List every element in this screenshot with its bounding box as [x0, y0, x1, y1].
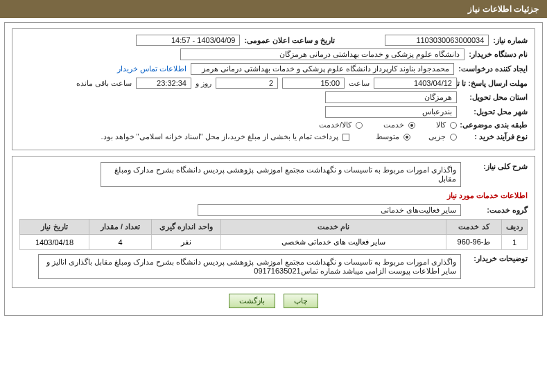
- service-group-value: سایر فعالیت‌های خدماتی: [198, 204, 461, 216]
- cell-row: 1: [502, 235, 528, 250]
- radio-both[interactable]: [356, 122, 363, 129]
- radio-service[interactable]: [408, 122, 415, 129]
- button-row: چاپ بازگشت: [12, 294, 535, 308]
- row-overview: شرح کلی نیاز: واگذاری امورات مربوط به تا…: [19, 162, 528, 187]
- th-date: تاریخ نیاز: [20, 220, 89, 235]
- row-need-no: شماره نیاز: 1103030063000034 تاریخ و ساع…: [19, 35, 528, 46]
- treasury-note: پرداخت تمام یا بخشی از مبلغ خرید،از محل …: [101, 132, 338, 141]
- announce-label: تاریخ و ساعت اعلان عمومی:: [244, 36, 335, 45]
- page-title: جزئیات اطلاعات نیاز: [468, 4, 539, 14]
- row-subject-category: طبقه بندی موضوعی: کالا خدمت کالا/خدمت: [19, 121, 528, 130]
- treasury-checkbox[interactable]: [342, 134, 349, 141]
- buyer-org-value: دانشگاه علوم پزشکی و خدمات بهداشتی درمان…: [180, 48, 464, 60]
- remain-time: 23:32:34: [136, 78, 191, 89]
- deadline-time: 15:00: [282, 78, 345, 89]
- buyer-notes-value: واگذاری امورات مربوط به تاسیسات و نگهداش…: [38, 254, 461, 279]
- print-button[interactable]: چاپ: [284, 294, 318, 308]
- radio-partial-label: جزیی: [428, 132, 446, 141]
- radio-medium-label: متوسط: [376, 132, 399, 141]
- radio-service-label: خدمت: [383, 121, 404, 130]
- remain-suffix: ساعت باقی مانده: [76, 79, 132, 88]
- city-value: بندرعباس: [325, 106, 457, 118]
- requestor-label: ایجاد کننده درخواست:: [458, 64, 528, 73]
- row-deadline: مهلت ارسال پاسخ: تا تاریخ: 1403/04/12 سا…: [19, 78, 528, 89]
- row-buyer-org: نام دستگاه خریدار: دانشگاه علوم پزشکی و …: [19, 48, 528, 60]
- th-qty: تعداد / مقدار: [89, 220, 152, 235]
- buyer-org-label: نام دستگاه خریدار:: [469, 50, 528, 59]
- row-requestor: ایجاد کننده درخواست: محمدجواد بناوند کار…: [19, 63, 528, 75]
- services-section-title: اطلاعات خدمات مورد نیاز: [19, 191, 528, 200]
- th-row: ردیف: [502, 220, 528, 235]
- days-suffix: روز و: [196, 79, 211, 88]
- radio-partial[interactable]: [450, 134, 457, 141]
- buy-type-label: نوع فرآیند خرید :: [461, 132, 528, 141]
- subject-cat-label: طبقه بندی موضوعی:: [461, 121, 528, 130]
- services-table: ردیف کد خدمت نام خدمت واحد اندازه گیری ت…: [19, 219, 528, 250]
- cell-date: 1403/04/18: [20, 235, 89, 250]
- back-button[interactable]: بازگشت: [229, 294, 275, 308]
- requestor-value: محمدجواد بناوند کارپرداز دانشگاه علوم پز…: [191, 63, 454, 75]
- row-city: شهر محل تحویل: بندرعباس: [19, 106, 528, 118]
- cell-code: ط-96-960: [446, 235, 502, 250]
- announce-value: 1403/04/09 - 14:57: [136, 35, 240, 46]
- need-no-label: شماره نیاز:: [493, 36, 528, 45]
- province-value: هرمزگان: [325, 91, 457, 103]
- row-buy-type: نوع فرآیند خرید : جزیی متوسط پرداخت تمام…: [19, 132, 528, 141]
- cell-qty: 4: [89, 235, 152, 250]
- overview-label: شرح کلی نیاز:: [465, 162, 528, 171]
- table-header-row: ردیف کد خدمت نام خدمت واحد اندازه گیری ت…: [20, 220, 528, 235]
- page-title-bar: جزئیات اطلاعات نیاز: [0, 0, 547, 18]
- main-frame: شماره نیاز: 1103030063000034 تاریخ و ساع…: [4, 22, 543, 316]
- th-unit: واحد اندازه گیری: [152, 220, 221, 235]
- upper-details-box: شماره نیاز: 1103030063000034 تاریخ و ساع…: [12, 28, 535, 150]
- overview-value: واگذاری امورات مربوط به تاسیسات و نگهداش…: [101, 162, 461, 187]
- radio-medium[interactable]: [403, 134, 410, 141]
- days-value: 2: [216, 78, 278, 89]
- lower-details-box: شرح کلی نیاز: واگذاری امورات مربوط به تا…: [12, 156, 535, 288]
- radio-both-label: کالا/خدمت: [319, 121, 351, 130]
- row-province: استان محل تحویل: هرمزگان: [19, 91, 528, 103]
- contact-buyer-link[interactable]: اطلاعات تماس خریدار: [117, 64, 186, 73]
- need-no-value: 1103030063000034: [385, 35, 489, 46]
- row-service-group: گروه خدمت: سایر فعالیت‌های خدماتی: [19, 204, 528, 216]
- row-buyer-notes: توضیحات خریدار: واگذاری امورات مربوط به …: [19, 254, 528, 279]
- province-label: استان محل تحویل:: [461, 93, 528, 102]
- table-row: 1 ط-96-960 سایر فعالیت های خدماتی شخصی ن…: [20, 235, 528, 250]
- deadline-date: 1403/04/12: [374, 78, 457, 89]
- th-code: کد خدمت: [446, 220, 502, 235]
- cell-unit: نفر: [152, 235, 221, 250]
- buyer-notes-label: توضیحات خریدار:: [465, 254, 528, 263]
- city-label: شهر محل تحویل:: [461, 107, 528, 116]
- th-name: نام خدمت: [221, 220, 446, 235]
- radio-goods[interactable]: [450, 122, 457, 129]
- radio-goods-label: کالا: [436, 121, 446, 130]
- service-group-label: گروه خدمت:: [465, 206, 528, 215]
- deadline-label: مهلت ارسال پاسخ: تا تاریخ:: [461, 79, 528, 88]
- cell-name: سایر فعالیت های خدماتی شخصی: [221, 235, 446, 250]
- time-label: ساعت: [349, 79, 370, 88]
